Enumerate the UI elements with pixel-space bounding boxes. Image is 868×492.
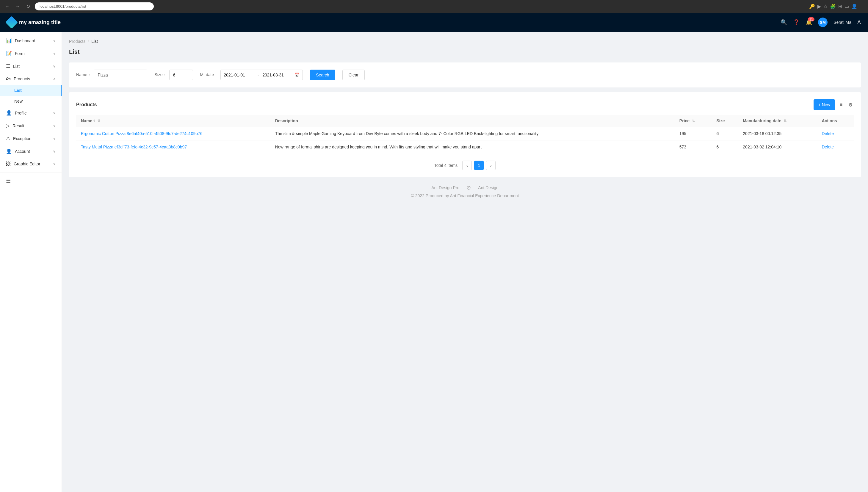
date-to-input[interactable] [263,73,292,77]
refresh-button[interactable]: ↻ [25,2,31,10]
filter-card: Name： Size： M. date： → 📅 Search [69,63,861,88]
sidebar-item-label: Profile [15,110,27,116]
name-filter-label: Name： [76,72,91,78]
prev-page-button[interactable]: ‹ [462,161,472,170]
translate-icon[interactable]: A [857,19,861,26]
app-logo: my amazing title [7,18,61,27]
product-link[interactable]: Ergonomic Cotton Pizza 8e6af40a-510f-450… [81,131,203,136]
chevron-down-icon: ∨ [53,162,56,166]
sidebar-item-profile[interactable]: 👤 Profile ∨ [0,106,61,119]
cell-name: Ergonomic Cotton Pizza 8e6af40a-510f-450… [76,127,270,140]
col-size: Size [712,115,738,127]
col-name-label: Name [81,118,92,123]
chevron-down-icon: ∨ [53,124,56,128]
cell-manufacturing-date: 2021-03-02 12:04:10 [738,140,817,154]
sidebar-item-label: Result [13,123,24,128]
cell-size-value: 6 [716,131,719,136]
delete-button[interactable]: Delete [822,145,834,149]
settings-icon[interactable]: ⚙ [847,101,854,109]
name-filter-input[interactable] [94,70,147,80]
sidebar-item-label: Exception [13,136,31,141]
sidebar-item-label: Graphic Editor [14,162,40,166]
search-button[interactable]: Search [310,70,335,80]
sidebar-sub-item-new[interactable]: New [0,96,61,106]
hamburger-icon[interactable]: ☰ [6,178,11,184]
breadcrumb-current: List [91,39,98,44]
footer-link-ant-design[interactable]: Ant Design [478,185,498,190]
chevron-up-icon: ∧ [53,77,56,81]
sort-icon[interactable]: ⇅ [97,119,100,123]
clear-button[interactable]: Clear [342,70,365,80]
sidebar-item-result[interactable]: ▷ Result ∨ [0,119,61,132]
breadcrumb: Products / List [69,39,861,44]
profile-pic-icon: 👤 [851,4,857,9]
sidebar-item-form[interactable]: 📝 Form ∨ [0,47,61,60]
table-title: Products [76,102,97,107]
footer-links: Ant Design Pro ⊙ Ant Design [76,184,854,191]
cell-name: Tasty Metal Pizza ef3cff73-fefc-4c32-9c5… [76,140,270,154]
new-button[interactable]: + New [814,99,835,110]
logo-diamond-icon [5,16,18,29]
sidebar-item-products[interactable]: 🛍 Products ∧ [0,73,61,85]
sidebar-item-list[interactable]: ☰ List ∨ [0,60,61,73]
menu-icon: ⋮ [860,4,864,9]
breadcrumb-products[interactable]: Products [69,39,85,44]
grid-icon: ⊞ [838,4,842,9]
github-icon[interactable]: ⊙ [466,184,471,191]
cell-price-value: 195 [679,131,686,136]
help-icon[interactable]: ❓ [793,19,800,26]
sort-icon[interactable]: ⇅ [692,119,695,123]
sidebar-item-label: Dashboard [15,39,35,43]
cell-description: New range of formal shirts are designed … [270,140,675,154]
pagination-total: Total 4 items [434,163,458,168]
avatar[interactable]: SM [818,18,827,27]
cell-actions: Delete [817,140,854,154]
forward-button[interactable]: → [14,3,21,10]
col-price-label: Price [679,118,690,123]
table-actions: + New ≡ ⚙ [814,99,854,110]
exception-icon: ⚠ [6,136,10,141]
table-card: Products + New ≡ ⚙ Name ℹ ⇅ [69,92,861,177]
chevron-down-icon: ∨ [53,51,56,56]
product-link[interactable]: Tasty Metal Pizza ef3cff73-fefc-4c32-9c5… [81,145,187,149]
table-header: Products + New ≡ ⚙ [76,99,854,110]
size-filter-input[interactable] [169,70,193,80]
back-button[interactable]: ← [4,3,11,10]
date-range-picker[interactable]: → 📅 [220,70,303,80]
col-actions-label: Actions [822,118,837,123]
sidebar-sub-label: New [14,99,23,103]
cell-manufacturing-date: 2021-03-18 00:12:35 [738,127,817,140]
page-1-button[interactable]: 1 [474,161,484,170]
date-from-input[interactable] [224,73,253,77]
column-height-icon[interactable]: ≡ [839,101,844,108]
date-filter-label: M. date： [200,72,218,78]
page-title: List [69,48,861,55]
col-description-label: Description [275,118,298,123]
notification-wrapper[interactable]: 🔔 11 [805,19,812,26]
sidebar-item-account[interactable]: 👤 Account ∨ [0,145,61,158]
form-icon: 📝 [6,51,12,56]
calendar-icon[interactable]: 📅 [295,73,300,77]
profile-icon: 👤 [6,110,12,116]
address-bar[interactable]: localhost:8001/products/list [35,2,154,10]
sidebar-item-exception[interactable]: ⚠ Exception ∨ [0,132,61,145]
pagination: Total 4 items ‹ 1 › [76,161,854,170]
chevron-down-icon: ∨ [53,137,56,141]
chevron-down-icon: ∨ [53,64,56,68]
date-filter-group: M. date： → 📅 [200,70,303,80]
sort-icon[interactable]: ⇅ [784,119,787,123]
products-icon: 🛍 [6,76,11,81]
browser-chrome: ← → ↻ localhost:8001/products/list 🔑 ▶ ☆… [0,0,868,13]
sidebar-sub-item-list[interactable]: List [0,85,61,96]
sidebar-item-label: List [13,64,20,69]
sidebar-item-graphic-editor[interactable]: 🖼 Graphic Editor ∨ [0,158,61,170]
col-price: Price ⇅ [675,115,712,127]
footer-link-ant-design-pro[interactable]: Ant Design Pro [431,185,459,190]
sidebar-item-dashboard[interactable]: 📊 Dashboard ∨ [0,34,61,47]
next-page-button[interactable]: › [486,161,496,170]
cell-price: 195 [675,127,712,140]
search-icon[interactable]: 🔍 [780,19,787,26]
delete-button[interactable]: Delete [822,131,834,136]
col-size-label: Size [716,118,725,123]
size-filter-label: Size： [154,72,167,78]
